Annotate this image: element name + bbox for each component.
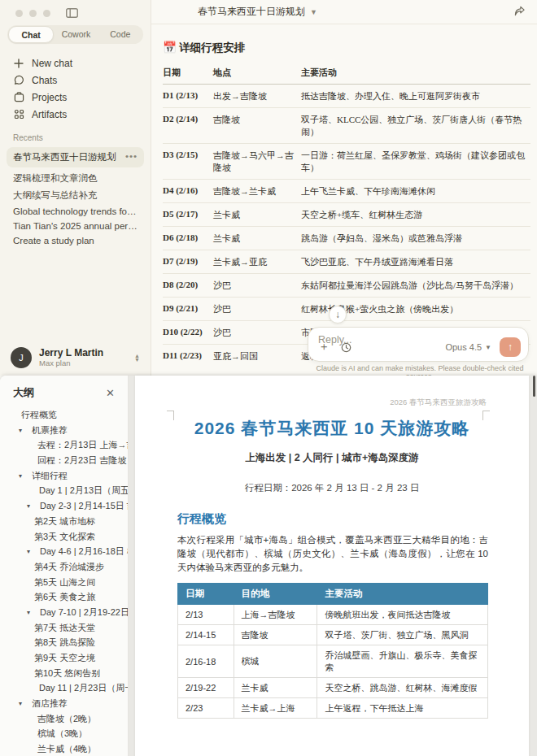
- cell-activities: 飞沙巴亚庇、下午丹绒亚路海滩看日落: [301, 250, 530, 274]
- chat-panel: 春节马来西亚十日游规划 ▼ 📅 详细行程安排 日期 地点: [151, 0, 537, 376]
- cell-activities: 傍晚航班出发，夜间抵达吉隆坡: [317, 605, 488, 625]
- cell-activities: 一日游：荷兰红屋、圣保罗教堂、鸡场街（建议参团或包车）: [301, 144, 530, 180]
- cell-place: 兰卡威→亚庇: [213, 250, 301, 274]
- outline-item[interactable]: 第5天 山海之间: [0, 575, 128, 590]
- cell-destination: 兰卡威: [234, 678, 317, 698]
- recent-chat-item[interactable]: 逻辑梳理和文章润色: [0, 170, 151, 187]
- outline-item[interactable]: Day 1 | 2月13日（周五）上...: [0, 483, 128, 498]
- screen: Chat Cowork Code New chat Chats Projects: [0, 0, 537, 756]
- document-viewer[interactable]: 2026 春节马来西亚旅游攻略 2026 春节马来西亚 10 天旅游攻略 上海出…: [129, 376, 537, 756]
- outline-item[interactable]: 酒店推荐: [0, 696, 128, 711]
- cell-day: D10 (2/22): [163, 321, 213, 345]
- nav-label: Artifacts: [32, 109, 67, 120]
- user-name: Jerry L Martin: [39, 348, 103, 358]
- reply-composer[interactable]: Reply... ＋ Opus 4.5 ▼ ↑: [308, 327, 529, 362]
- document-title: 2026 春节马来西亚 10 天旅游攻略: [168, 417, 496, 440]
- calendar-icon: 📅: [163, 41, 177, 54]
- cell-destination: 兰卡威→上海: [234, 698, 317, 719]
- recent-chat-item[interactable]: Global technology trends for 2025: [0, 204, 151, 219]
- outline-item[interactable]: 第6天 美食之旅: [0, 589, 128, 605]
- cell-place: 兰卡威: [213, 203, 301, 227]
- more-options-icon[interactable]: •••: [125, 151, 138, 163]
- outline-item[interactable]: 槟城（3晚）: [0, 726, 128, 741]
- sidebar-nav: New chat Chats Projects Artifacts: [0, 54, 151, 123]
- table-row: D7 (2/19) 兰卡威→亚庇 飞沙巴亚庇、下午丹绒亚路海滩看日落: [163, 250, 530, 274]
- sidebar-item-new-chat[interactable]: New chat: [0, 54, 151, 72]
- outline-title: 大纲: [13, 385, 34, 400]
- table-row: 2/16-18 槟城 乔治城壁画、升旗山、极乐寺、美食探索: [178, 645, 488, 678]
- outline-item[interactable]: 第3天 文化探索: [0, 529, 128, 545]
- outline-item-label: 第9天 天空之境: [34, 653, 95, 663]
- model-selector[interactable]: Opus 4.5 ▼: [445, 342, 491, 352]
- outline-item[interactable]: 回程：2月23日 吉隆坡→上海: [0, 453, 128, 468]
- outline-item[interactable]: 第4天 乔治城漫步: [0, 559, 128, 575]
- outline-item[interactable]: 兰卡威（4晚）: [0, 741, 128, 756]
- outline-item-label: 详细行程: [32, 471, 68, 480]
- attach-plus-icon[interactable]: ＋: [318, 340, 330, 354]
- cell-date: 2/16-18: [178, 645, 234, 678]
- outline-tree: 行程概览 机票推荐 去程：2月13日 上海→吉隆坡 回程：2月23日 吉隆坡→上…: [0, 407, 128, 756]
- outline-item-label: 第5天 山海之间: [34, 577, 95, 587]
- sidebar-item-projects[interactable]: Projects: [0, 89, 151, 106]
- outline-item[interactable]: 第7天 抵达天堂: [0, 620, 128, 636]
- outline-item[interactable]: Day 11 | 2月23日（周一）...: [0, 680, 128, 696]
- cell-date: 2/23: [178, 698, 234, 719]
- sidebar: Chat Cowork Code New chat Chats Projects: [0, 0, 151, 376]
- account-menu[interactable]: J Jerry L Martin Max plan ▲▼: [0, 347, 151, 368]
- cell-day: D9 (2/21): [163, 298, 213, 321]
- table-row: 2/19-22 兰卡威 天空之桥、跳岛游、红树林、海滩度假: [178, 678, 488, 698]
- outline-item[interactable]: 详细行程: [0, 468, 128, 484]
- send-button[interactable]: ↑: [500, 337, 521, 357]
- avatar: J: [11, 347, 32, 368]
- outline-item[interactable]: 去程：2月13日 上海→吉隆坡: [0, 437, 128, 453]
- recent-chat-item[interactable]: 春节马来西亚十日游规划 •••: [7, 147, 144, 167]
- history-clock-icon[interactable]: [341, 342, 351, 353]
- outline-item[interactable]: Day 2-3 | 2月14-15日 吉隆坡: [0, 498, 128, 514]
- share-icon[interactable]: [513, 6, 526, 20]
- outline-item[interactable]: 行程概览: [0, 407, 128, 423]
- scroll-to-bottom-button[interactable]: ↓: [329, 306, 347, 324]
- tab-code[interactable]: Code: [98, 26, 142, 43]
- window-minimize-button[interactable]: [29, 10, 37, 17]
- recents-label: Recents: [0, 123, 151, 147]
- cell-day: D11 (2/23): [163, 345, 213, 368]
- window-zoom-button[interactable]: [43, 10, 50, 17]
- outline-item[interactable]: 第2天 城市地标: [0, 514, 128, 529]
- recent-chat-label: Create a study plan: [13, 236, 94, 245]
- outline-item[interactable]: Day 7-10 | 2月19-22日 兰...: [0, 605, 128, 620]
- scrollbar-thumb[interactable]: [533, 376, 535, 397]
- outline-item[interactable]: 机票推荐: [0, 423, 128, 438]
- user-plan: Max plan: [39, 358, 103, 367]
- outline-item-label: Day 2-3 | 2月14-15日 吉隆坡: [40, 501, 128, 511]
- outline-item-label: 第4天 乔治城漫步: [34, 562, 104, 571]
- recent-chat-item[interactable]: 大纲续写与总结补充: [0, 187, 151, 204]
- column-header-destination: 目的地: [234, 584, 317, 605]
- tab-cowork[interactable]: Cowork: [54, 26, 98, 43]
- recent-chat-item[interactable]: Create a study plan: [0, 233, 151, 248]
- outline-item[interactable]: 吉隆坡（2晚）: [0, 711, 128, 727]
- sidebar-item-artifacts[interactable]: Artifacts: [0, 106, 151, 123]
- chevron-updown-icon: ▲▼: [134, 354, 140, 362]
- sidebar-item-chats[interactable]: Chats: [0, 72, 151, 89]
- cell-place: 出发→吉隆坡: [213, 85, 301, 108]
- close-icon[interactable]: ✕: [106, 387, 115, 399]
- outline-item[interactable]: Day 4-6 | 2月16-18日 槟城: [0, 544, 128, 559]
- cell-activities: 天空之桥+缆车、红树林生态游: [301, 203, 530, 227]
- cell-day: D2 (2/14): [163, 108, 213, 144]
- overview-heading: 行程概览: [177, 511, 488, 527]
- recent-chat-label: Global technology trends for 2025: [13, 206, 151, 216]
- tab-chat[interactable]: Chat: [8, 26, 54, 43]
- chat-bubble-icon: [13, 75, 24, 86]
- outline-item[interactable]: 第9天 天空之境: [0, 650, 128, 666]
- outline-item[interactable]: 第10天 悠闲告别: [0, 666, 128, 681]
- conversation-title-dropdown[interactable]: 春节马来西亚十日游规划 ▼: [198, 5, 317, 19]
- cell-date: 2/19-22: [178, 678, 234, 698]
- cell-place: 沙巴: [213, 321, 301, 345]
- sidebar-toggle-icon[interactable]: [66, 8, 78, 18]
- recent-chat-item[interactable]: Tian Tian's 2025 annual performan...: [0, 219, 151, 233]
- window-close-button[interactable]: [15, 10, 23, 17]
- outline-item[interactable]: 第8天 跳岛探险: [0, 635, 128, 650]
- cell-day: D1 (2/13): [163, 85, 213, 108]
- outline-item-label: 第8天 跳岛探险: [34, 637, 95, 647]
- table-row: 2/13 上海→吉隆坡 傍晚航班出发，夜间抵达吉隆坡: [178, 605, 488, 625]
